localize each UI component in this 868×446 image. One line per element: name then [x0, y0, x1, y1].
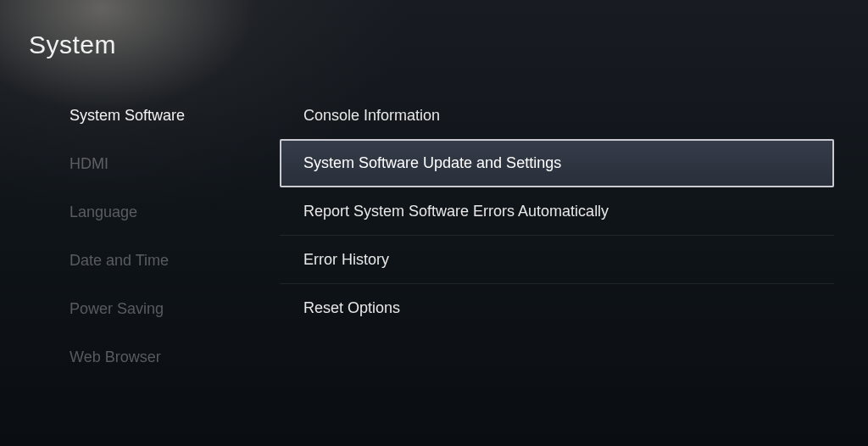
- main-item-console-information[interactable]: Console Information: [280, 92, 834, 140]
- main-item-system-software-update[interactable]: System Software Update and Settings: [280, 139, 834, 187]
- main-panel: Console Information System Software Upda…: [280, 85, 868, 446]
- main-item-reset-options[interactable]: Reset Options: [280, 284, 834, 332]
- sidebar-item-label: Language: [70, 203, 137, 221]
- sidebar-item-label: Power Saving: [70, 300, 164, 318]
- main-item-label: Error History: [303, 251, 389, 269]
- sidebar-item-label: System Software: [70, 107, 185, 125]
- main-item-report-errors[interactable]: Report System Software Errors Automatica…: [280, 187, 834, 236]
- page-title: System: [29, 31, 116, 59]
- sidebar-item-system-software[interactable]: System Software: [70, 92, 280, 140]
- sidebar-item-hdmi[interactable]: HDMI: [70, 140, 280, 188]
- sidebar-item-label: Date and Time: [70, 252, 169, 270]
- sidebar-item-label: Web Browser: [70, 348, 161, 366]
- sidebar-item-language[interactable]: Language: [70, 188, 280, 237]
- sidebar: System Software HDMI Language Date and T…: [0, 85, 280, 446]
- sidebar-item-date-and-time[interactable]: Date and Time: [70, 237, 280, 285]
- sidebar-item-power-saving[interactable]: Power Saving: [70, 285, 280, 333]
- content-area: System Software HDMI Language Date and T…: [0, 85, 868, 446]
- main-item-label: System Software Update and Settings: [303, 154, 561, 172]
- sidebar-item-web-browser[interactable]: Web Browser: [70, 333, 280, 382]
- main-item-label: Console Information: [303, 107, 440, 125]
- main-item-label: Reset Options: [303, 299, 400, 317]
- main-item-error-history[interactable]: Error History: [280, 236, 834, 284]
- sidebar-item-label: HDMI: [70, 155, 108, 173]
- main-item-label: Report System Software Errors Automatica…: [303, 203, 609, 220]
